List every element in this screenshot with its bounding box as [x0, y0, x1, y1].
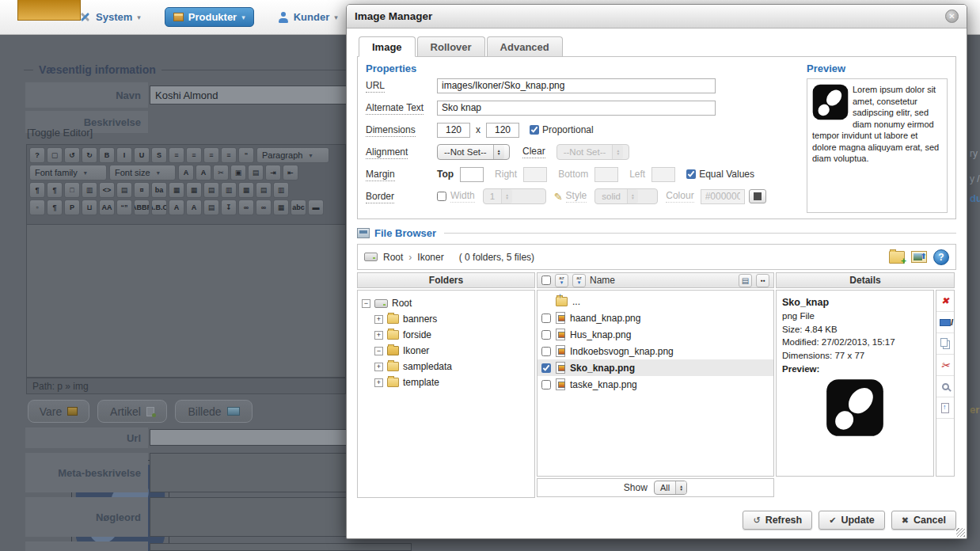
show-filter-select[interactable]: All [654, 481, 687, 495]
tree-item-ikoner[interactable]: − Ikoner [362, 343, 530, 359]
editor-toolbar-button[interactable]: ▥ [273, 182, 289, 198]
partial-input[interactable] [150, 543, 412, 551]
file-row[interactable]: taske_knap.png [537, 376, 773, 393]
dialog-title-bar[interactable]: Image Manager [347, 5, 967, 28]
close-icon[interactable] [945, 10, 959, 23]
editor-toolbar-button[interactable]: “” [116, 200, 132, 215]
editor-toolbar-button[interactable]: ≡ [203, 147, 219, 163]
editor-toolbar-button[interactable]: “ [238, 147, 254, 163]
editor-toolbar-button[interactable]: A [169, 200, 184, 215]
image-url-input[interactable] [437, 78, 716, 93]
editor-toolbar-button[interactable]: A [178, 165, 194, 180]
insert-file-button[interactable] [936, 397, 954, 419]
editor-toolbar-button[interactable]: ¤ [134, 182, 150, 198]
file-checkbox[interactable] [541, 363, 551, 373]
file-row[interactable]: haand_knap.png [537, 310, 773, 326]
editor-toolbar-button[interactable]: ↺ [64, 147, 80, 163]
dialog-resize-handle[interactable] [956, 528, 965, 537]
editor-toolbar-button[interactable]: ▣ [230, 165, 246, 180]
nav-item-system[interactable]: System ▾ [79, 11, 141, 23]
tab-vare[interactable]: Vare [28, 400, 89, 423]
file-checkbox[interactable] [541, 380, 551, 390]
delete-file-button[interactable] [936, 291, 954, 312]
editor-toolbar-button[interactable]: <> [99, 182, 115, 198]
font-size-select[interactable]: Font size [109, 165, 176, 180]
editor-toolbar-button[interactable]: I [116, 147, 132, 163]
editor-toolbar-button[interactable]: ▤ [256, 182, 272, 198]
tree-expander-icon[interactable]: + [374, 363, 383, 371]
tab-rollover[interactable]: Rollover [417, 36, 485, 57]
equal-values-checkbox[interactable] [686, 169, 696, 179]
tab-billede[interactable]: Billede [175, 400, 253, 423]
editor-toolbar-button[interactable]: S [151, 147, 167, 163]
toggle-editor-link[interactable]: [Toggle Editor] [27, 127, 93, 139]
update-button[interactable]: Update [819, 511, 885, 530]
editor-toolbar-button[interactable]: ≡ [186, 147, 202, 163]
editor-toolbar-button[interactable]: ⊔ [82, 200, 97, 215]
proportional-checkbox[interactable] [530, 125, 539, 135]
font-family-select[interactable]: Font family [29, 165, 107, 180]
border-width-checkbox[interactable] [437, 192, 446, 201]
editor-toolbar-button[interactable]: AA [99, 200, 115, 215]
editor-toolbar-button[interactable]: □ [64, 182, 80, 198]
select-all-checkbox[interactable] [541, 276, 551, 285]
editor-toolbar-button[interactable]: ? [29, 147, 45, 163]
tree-item-root[interactable]: − Root [362, 295, 530, 311]
tree-expander-icon[interactable]: − [374, 347, 383, 355]
editor-toolbar-button[interactable]: ▤ [116, 182, 132, 198]
file-checkbox[interactable] [541, 330, 551, 340]
editor-toolbar-button[interactable]: ▤ [248, 165, 264, 180]
tree-item-banners[interactable]: + banners [362, 311, 530, 327]
editor-toolbar-button[interactable]: B [99, 147, 115, 163]
editor-toolbar-button[interactable]: ▥ [221, 182, 237, 198]
editor-toolbar-button[interactable]: ≡ [169, 147, 184, 163]
editor-toolbar-button[interactable]: ▦ [186, 182, 202, 198]
editor-content-area[interactable] [26, 225, 346, 378]
editor-toolbar-button[interactable]: ▤ [203, 200, 219, 215]
refresh-button[interactable]: Refresh [743, 511, 812, 530]
editor-toolbar-button[interactable]: P [64, 200, 80, 215]
file-row[interactable]: Hus_knap.png [537, 326, 773, 343]
alignment-select[interactable]: --Not Set-- [437, 144, 510, 160]
list-view-icon[interactable] [739, 274, 752, 287]
tree-expander-icon[interactable]: + [374, 331, 383, 340]
nav-item-produkter[interactable]: Produkter ▾ [165, 7, 254, 27]
editor-toolbar-button[interactable]: ↻ [82, 147, 97, 163]
editor-toolbar-button[interactable]: ▢ [47, 147, 63, 163]
paragraph-format-select[interactable]: Paragraph [256, 147, 329, 163]
tree-expander-icon[interactable]: − [362, 299, 370, 308]
nav-item-kunder[interactable]: Kunder ▾ [278, 11, 338, 23]
site-logo[interactable] [17, 0, 81, 21]
search-icon[interactable] [756, 274, 769, 287]
sort-asc-icon[interactable] [555, 274, 568, 287]
file-row[interactable]: Indkoebsvogn_knap.png [537, 343, 773, 359]
editor-toolbar-button[interactable]: ▥ [82, 182, 97, 198]
colour-picker-button[interactable] [749, 189, 766, 203]
editor-toolbar-button[interactable]: ⇥ [265, 165, 281, 180]
cancel-button[interactable]: Cancel [891, 511, 956, 530]
breadcrumb-root[interactable]: Root [383, 252, 403, 263]
upload-image-icon[interactable] [911, 251, 927, 263]
copy-file-button[interactable] [936, 333, 954, 355]
editor-toolbar-button[interactable]: ▦ [273, 200, 289, 215]
tree-expander-icon[interactable]: + [374, 378, 383, 387]
editor-toolbar-button[interactable]: ∞ [238, 200, 254, 215]
alt-text-input[interactable] [437, 101, 716, 116]
editor-toolbar-button[interactable]: ▬ [308, 200, 324, 215]
editor-toolbar-button[interactable]: ba [151, 182, 167, 198]
help-icon[interactable] [933, 249, 949, 265]
editor-toolbar-button[interactable]: ▤ [203, 182, 219, 198]
editor-toolbar-button[interactable]: ▦ [238, 182, 254, 198]
tree-item-forside[interactable]: + forside [362, 327, 530, 343]
editor-toolbar-button[interactable]: ABBR [134, 200, 150, 215]
editor-toolbar-button[interactable]: ¶ [29, 182, 45, 198]
margin-top-input[interactable] [460, 167, 484, 182]
tab-advanced[interactable]: Advanced [487, 36, 563, 57]
cut-file-button[interactable] [936, 355, 954, 376]
editor-toolbar-button[interactable]: ≡ [221, 147, 237, 163]
editor-toolbar-button[interactable]: ⇤ [283, 165, 298, 180]
editor-toolbar-button[interactable]: ¶ [47, 182, 63, 198]
editor-toolbar-button[interactable]: U [134, 147, 150, 163]
tree-item-sampledata[interactable]: + sampledata [362, 359, 530, 374]
editor-toolbar-button[interactable]: A [196, 165, 211, 180]
